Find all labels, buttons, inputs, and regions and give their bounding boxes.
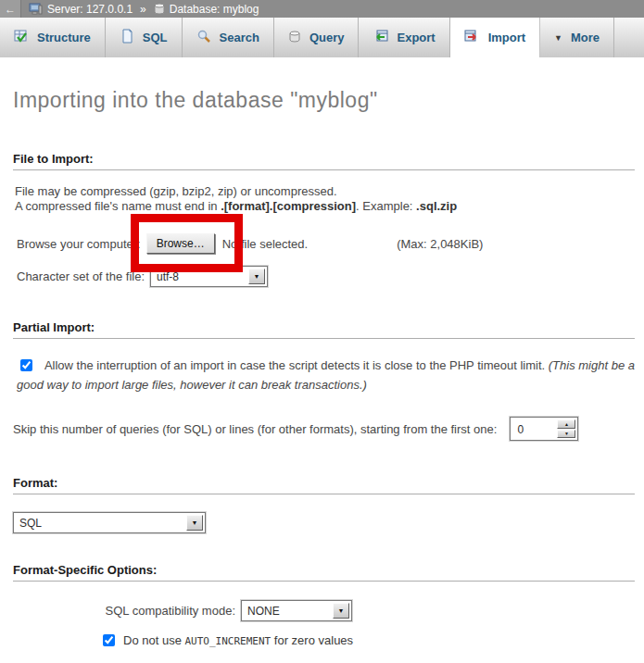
compat-row: SQL compatibility mode: NONE ▼ (13, 600, 638, 621)
skip-label: Skip this number of queries (for SQL) or… (13, 422, 497, 436)
skip-number-input[interactable]: 0 ▲ ▼ (510, 417, 578, 441)
section-heading-partial-import: Partial Import: (13, 320, 635, 339)
breadcrumb-server[interactable]: Server: 127.0.0.1 (47, 3, 133, 16)
sql-icon (120, 29, 134, 46)
autoinc-label-prefix: Do not use (123, 633, 185, 647)
breadcrumb-separator: » (140, 3, 146, 16)
filename-rule-example: .sql.zip (416, 199, 457, 213)
tab-label: SQL (143, 31, 168, 44)
tab-import[interactable]: Import (450, 18, 540, 57)
section-heading-format: Format: (13, 476, 635, 494)
interrupt-row: Allow the interruption of an import in c… (17, 356, 637, 394)
compat-label: SQL compatibility mode: (13, 604, 235, 618)
autoinc-row: Do not use AUTO_INCREMENT for zero value… (103, 633, 638, 647)
charset-label: Character set of the file: (17, 269, 145, 283)
breadcrumb-database[interactable]: Database: myblog (170, 3, 259, 16)
import-icon (464, 29, 480, 46)
spin-down-icon[interactable]: ▼ (557, 430, 575, 439)
tab-more[interactable]: ▼ More (540, 18, 614, 57)
tab-label: Export (397, 31, 435, 44)
tab-structure[interactable]: Structure (0, 18, 106, 57)
section-heading-file-to-import: File to Import: (13, 152, 635, 170)
tab-label: Import (488, 31, 525, 44)
compat-select[interactable]: NONE ▼ (241, 600, 352, 621)
section-heading-format-specific: Format-Specific Options: (13, 563, 635, 582)
tab-export[interactable]: Export (359, 18, 449, 57)
browse-button-wrapper: Browse… (146, 233, 215, 254)
filename-rule-mid: . Example: (356, 199, 416, 213)
browse-label: Browse your computer: (17, 237, 141, 251)
autoinc-label-suffix: for zero values (271, 633, 353, 647)
spin-up-icon[interactable]: ▲ (557, 419, 575, 429)
charset-selected-value: utf-8 (151, 267, 246, 286)
tab-search[interactable]: Search (183, 18, 274, 57)
tab-label: Query (309, 31, 345, 44)
export-icon (373, 29, 388, 46)
breadcrumb: Server: 127.0.0.1 » Database: myblog (21, 3, 259, 16)
compression-note: File may be compressed (gzip, bzip2, zip… (15, 184, 337, 198)
tab-label: Search (220, 31, 259, 44)
charset-select[interactable]: utf-8 ▼ (150, 266, 268, 287)
autoinc-label: Do not use AUTO_INCREMENT for zero value… (123, 633, 353, 647)
query-icon (288, 30, 301, 46)
compat-selected-value: NONE (242, 601, 331, 620)
tab-sql[interactable]: SQL (106, 18, 183, 57)
filename-rule-prefix: A compressed file's name must end in (15, 199, 221, 213)
page-title: Importing into the database "myblog" (13, 88, 638, 113)
filename-rule-pattern: .[format].[compression] (221, 199, 356, 213)
search-icon (196, 29, 211, 46)
back-arrow-icon: ← (5, 3, 16, 16)
autoinc-checkbox[interactable] (103, 634, 115, 646)
format-selected-value: SQL (14, 513, 184, 532)
tab-bar: Structure SQL Search Query Export Import… (0, 18, 644, 57)
breadcrumb-bar: ← Server: 127.0.0.1 » Database: myblog (0, 0, 644, 18)
format-select[interactable]: SQL ▼ (13, 512, 206, 533)
autoinc-label-code: AUTO_INCREMENT (185, 635, 271, 647)
browse-row: Browse your computer: Browse… No file se… (17, 233, 638, 254)
back-button[interactable]: ← (0, 0, 21, 18)
chevron-down-icon: ▼ (554, 33, 562, 43)
dropdown-arrow-icon[interactable]: ▼ (333, 603, 349, 619)
charset-row: Character set of the file: utf-8 ▼ (17, 266, 638, 287)
structure-icon (14, 29, 29, 46)
dropdown-arrow-icon[interactable]: ▼ (186, 515, 203, 531)
interrupt-text: Allow the interruption of an import in c… (44, 358, 549, 372)
database-icon (154, 3, 165, 15)
tab-query[interactable]: Query (274, 18, 360, 57)
no-file-selected-text: No file selected. (222, 237, 309, 251)
spinner-buttons: ▲ ▼ (557, 419, 575, 438)
server-icon (29, 3, 43, 16)
interrupt-checkbox[interactable] (20, 359, 32, 371)
max-size-text: (Max: 2,048KiB) (397, 237, 483, 251)
tab-label: More (571, 31, 600, 44)
skip-value: 0 (511, 418, 555, 440)
import-page: Importing into the database "myblog" Fil… (0, 88, 644, 663)
skip-row: Skip this number of queries (for SQL) or… (13, 417, 638, 441)
dropdown-arrow-icon[interactable]: ▼ (248, 269, 265, 284)
tab-label: Structure (37, 31, 91, 44)
browse-button[interactable]: Browse… (146, 233, 215, 254)
file-description: File may be compressed (gzip, bzip2, zip… (15, 184, 638, 214)
